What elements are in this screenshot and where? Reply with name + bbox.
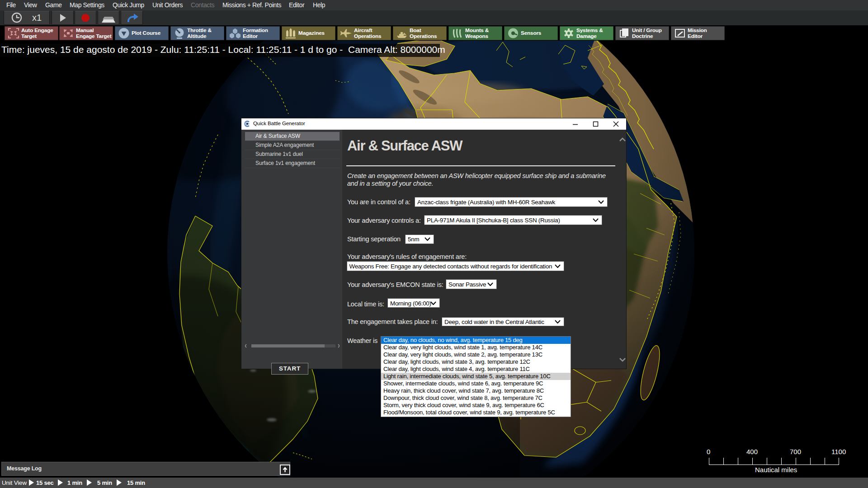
svg-text:1100: 1100 [831, 448, 846, 455]
svg-text:Nautical miles: Nautical miles [755, 466, 797, 474]
svg-text:400: 400 [746, 448, 758, 455]
svg-text:x1: x1 [32, 13, 42, 23]
svg-text:0: 0 [707, 448, 710, 455]
svg-text:700: 700 [790, 448, 801, 455]
